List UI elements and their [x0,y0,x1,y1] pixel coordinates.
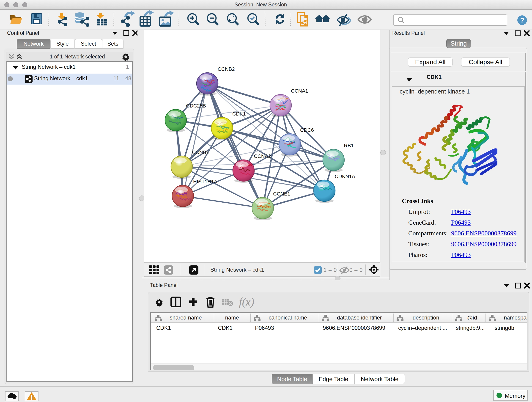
svg-text:CDC25B: CDC25B [186,103,206,109]
svg-text:CDK1: CDK1 [232,111,246,117]
svg-text:CCNB2: CCNB2 [218,66,235,72]
svg-text:?: ? [520,16,524,24]
svg-text:HIST1H1A: HIST1H1A [193,179,217,185]
svg-text:f(x): f(x) [239,296,254,308]
svg-text:CCNA1: CCNA1 [291,88,308,94]
svg-text:CDKN1A: CDKN1A [335,173,355,179]
svg-text:CCNB1: CCNB1 [192,149,209,155]
svg-text:CDC6: CDC6 [300,127,314,133]
svg-text:RB1: RB1 [344,143,354,148]
svg-text:CCNE1: CCNE1 [273,191,290,197]
svg-text:CCNA2: CCNA2 [254,153,271,159]
